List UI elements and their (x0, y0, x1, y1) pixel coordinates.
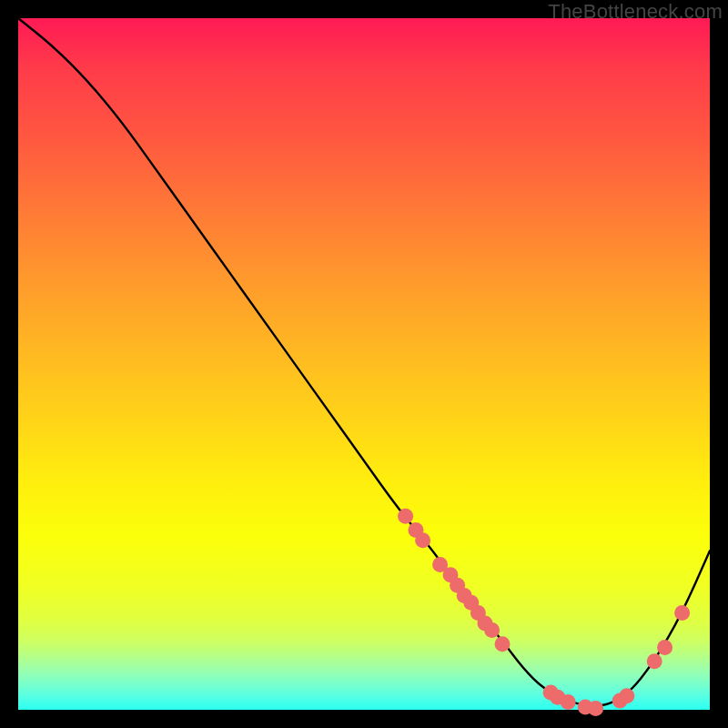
bottleneck-curve (18, 18, 710, 706)
data-marker (647, 653, 662, 669)
data-marker (657, 640, 672, 655)
chart-svg (18, 18, 710, 710)
attribution-text: TheBottleneck.com (548, 0, 723, 24)
data-marker (619, 688, 634, 703)
chart-frame (18, 18, 710, 710)
data-marker (588, 701, 603, 716)
data-marker (561, 694, 576, 710)
data-marker (484, 622, 500, 638)
marker-group (398, 509, 690, 716)
data-marker (674, 605, 690, 621)
data-marker (495, 636, 511, 652)
data-marker (398, 509, 413, 524)
curve-group (18, 18, 710, 706)
data-marker (415, 532, 430, 548)
